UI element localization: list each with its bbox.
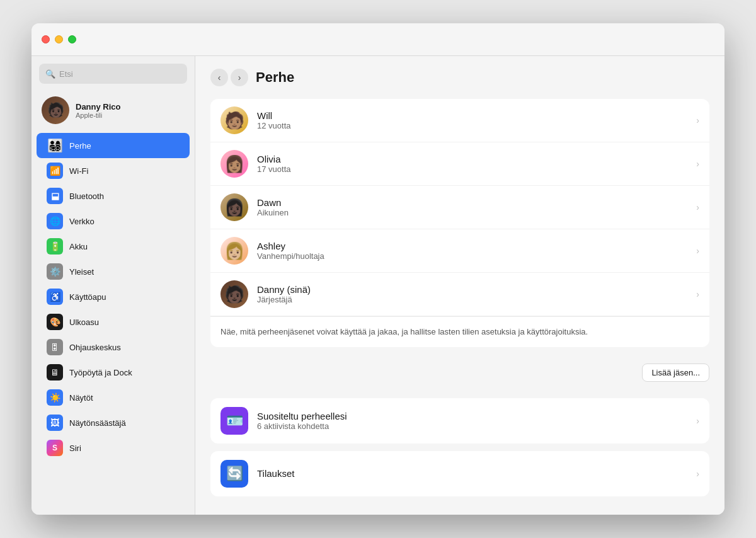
maximize-button[interactable] (68, 35, 76, 43)
chevron-icon: › (696, 246, 699, 256)
member-avatar-will: 🧑🏽 (220, 106, 248, 134)
rec-row-suositeltu[interactable]: 🪪 Suositeltu perheellesi 6 aktiivista ko… (210, 398, 709, 444)
sidebar-item-label: Ohjauskeskus (69, 343, 121, 352)
close-button[interactable] (42, 35, 50, 43)
member-info-danny: Danny (sinä) Järjestäjä (257, 284, 696, 304)
member-row-will[interactable]: 🧑🏽 Will 12 vuotta › (210, 99, 709, 142)
sidebar-item-label: Akku (69, 242, 88, 251)
member-info-olivia: Olivia 17 vuotta (257, 154, 696, 174)
main-window: 🔍 Etsi 🧑🏿 Danny Rico Apple-tili 👨‍👩‍👧‍👦 (32, 23, 724, 515)
tilaukset-icon: 🔄 (220, 460, 248, 488)
chevron-icon: › (696, 159, 699, 169)
sidebar-item-label: Käyttöapu (69, 292, 106, 302)
member-avatar-ashley: 👩🏼 (220, 237, 248, 265)
general-icon: ⚙️ (47, 263, 63, 280)
sidebar-item-label: Näytöt (69, 393, 93, 403)
add-member-row: Lisää jäsen... (210, 357, 709, 388)
main-content: ‹ › Perhe 🧑🏽 Will 12 vuotta › (195, 56, 724, 515)
sidebar-item-label: Siri (69, 444, 81, 453)
sidebar: 🔍 Etsi 🧑🏿 Danny Rico Apple-tili 👨‍👩‍👧‍👦 (32, 56, 195, 515)
chevron-icon: › (696, 289, 699, 299)
member-role: 17 vuotta (257, 164, 696, 174)
sidebar-item-yleiset[interactable]: ⚙️ Yleiset (37, 259, 190, 284)
add-member-button[interactable]: Lisää jäsen... (642, 363, 709, 382)
sidebar-item-label: Verkko (69, 217, 94, 226)
member-avatar-olivia: 👩🏽 (220, 150, 248, 178)
rec-info-suositeltu: Suositeltu perheellesi 6 aktiivista kohd… (257, 411, 696, 431)
member-row-dawn[interactable]: 👩🏿 Dawn Aikuinen › (210, 186, 709, 229)
member-name: Danny (sinä) (257, 284, 696, 295)
sidebar-item-wifi[interactable]: 📶 Wi-Fi (37, 158, 190, 183)
member-row-ashley[interactable]: 👩🏼 Ashley Vanhempi/huoltaja › (210, 229, 709, 273)
sidebar-item-label: Perhe (69, 141, 91, 151)
member-role: Järjestäjä (257, 295, 696, 304)
member-name: Will (257, 110, 696, 121)
recommended-icon: 🪪 (220, 407, 248, 435)
chevron-icon: › (696, 202, 699, 212)
rec-name: Suositeltu perheellesi (257, 411, 696, 421)
rec-info-tilaukset: Tilaukset (257, 468, 696, 479)
recommended-card: 🪪 Suositeltu perheellesi 6 aktiivista ko… (210, 398, 709, 444)
member-row-danny[interactable]: 🧑🏿 Danny (sinä) Järjestäjä › (210, 273, 709, 316)
member-row-olivia[interactable]: 👩🏽 Olivia 17 vuotta › (210, 142, 709, 186)
network-icon: 🌐 (47, 213, 63, 229)
member-info-ashley: Ashley Vanhempi/huoltaja (257, 241, 696, 261)
member-avatar-dawn: 👩🏿 (220, 193, 248, 221)
sidebar-item-label: Wi-Fi (69, 166, 88, 176)
chevron-icon: › (696, 469, 699, 479)
member-avatar-danny: 🧑🏿 (220, 280, 248, 308)
minimize-button[interactable] (55, 35, 63, 43)
sidebar-item-kayttoapu[interactable]: ♿ Käyttöapu (37, 284, 190, 309)
rec-sub: 6 aktiivista kohdetta (257, 421, 696, 431)
member-name: Olivia (257, 154, 696, 164)
sidebar-item-akku[interactable]: 🔋 Akku (37, 234, 190, 259)
forward-button[interactable]: › (231, 69, 248, 86)
user-name: Danny Rico (76, 102, 121, 112)
bluetooth-icon: ⬓ (47, 188, 63, 204)
desktop-icon: 🖥 (47, 364, 63, 381)
rec-name: Tilaukset (257, 468, 696, 479)
sidebar-item-verkko[interactable]: 🌐 Verkko (37, 209, 190, 234)
sidebar-item-tyopoyta[interactable]: 🖥 Työpöytä ja Dock (37, 360, 190, 385)
content-area: 🔍 Etsi 🧑🏿 Danny Rico Apple-tili 👨‍👩‍👧‍👦 (32, 56, 724, 515)
battery-icon: 🔋 (47, 238, 63, 255)
member-role: 12 vuotta (257, 121, 696, 130)
description-text: Näe, mitä perheenjäsenet voivat käyttää … (210, 316, 709, 347)
page-title: Perhe (256, 69, 294, 86)
sidebar-item-label: Bluetooth (69, 192, 104, 201)
sidebar-item-ulkoasu[interactable]: 🎨 Ulkoasu (37, 309, 190, 335)
sidebar-item-naytot[interactable]: ☀️ Näytöt (37, 385, 190, 410)
sidebar-item-label: Ulkoasu (69, 318, 99, 327)
search-icon: 🔍 (45, 69, 55, 79)
siri-icon: S (47, 440, 63, 456)
control-center-icon: 🎛 (47, 339, 63, 355)
tilaukset-card: 🔄 Tilaukset › (210, 451, 709, 496)
user-info: Danny Rico Apple-tili (76, 102, 121, 119)
chevron-icon: › (696, 115, 699, 125)
members-card: 🧑🏽 Will 12 vuotta › 👩🏽 Olivia 17 (210, 99, 709, 347)
member-info-dawn: Dawn Aikuinen (257, 197, 696, 217)
traffic-lights (42, 35, 76, 43)
back-button[interactable]: ‹ (210, 69, 228, 86)
user-section[interactable]: 🧑🏿 Danny Rico Apple-tili (32, 91, 195, 129)
sidebar-item-perhe[interactable]: 👨‍👩‍👧‍👦 Perhe (37, 133, 190, 158)
titlebar (32, 23, 724, 56)
member-info-will: Will 12 vuotta (257, 110, 696, 130)
user-subtitle: Apple-tili (76, 112, 121, 119)
search-placeholder: Etsi (59, 69, 73, 79)
wifi-icon: 📶 (47, 163, 63, 179)
sidebar-item-naytonsaastaja[interactable]: 🖼 Näytönsäästäjä (37, 410, 190, 435)
sidebar-item-bluetooth[interactable]: ⬓ Bluetooth (37, 183, 190, 209)
screensaver-icon: 🖼 (47, 415, 63, 431)
member-role: Aikuinen (257, 208, 696, 217)
sidebar-item-siri[interactable]: S Siri (37, 435, 190, 461)
member-role: Vanhempi/huoltaja (257, 251, 696, 261)
sidebar-item-ohjauskeskus[interactable]: 🎛 Ohjauskeskus (37, 335, 190, 360)
nav-bar: ‹ › Perhe (210, 69, 709, 86)
sidebar-item-label: Yleiset (69, 267, 94, 277)
rec-row-tilaukset[interactable]: 🔄 Tilaukset › (210, 451, 709, 496)
search-bar[interactable]: 🔍 Etsi (39, 64, 187, 84)
sidebar-item-label: Näytönsäästäjä (69, 418, 126, 428)
member-name: Dawn (257, 197, 696, 208)
family-icon: 👨‍👩‍👧‍👦 (47, 137, 63, 154)
